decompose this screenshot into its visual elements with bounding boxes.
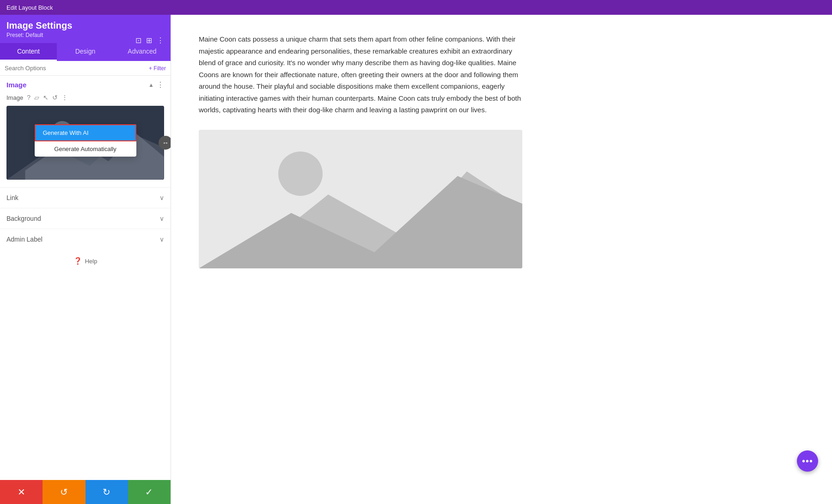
image-section-title: Image [6,81,26,89]
reset-icon[interactable]: ↺ [52,94,58,101]
image-label: Image [6,94,23,101]
main-placeholder-svg [199,130,522,268]
article-text: Maine Coon cats possess a unique charm t… [199,33,522,116]
collapse-icon[interactable]: ▲ [148,82,154,88]
help-section: ❓ Help [0,249,171,273]
cursor-icon[interactable]: ↖ [43,94,49,101]
image-section-header: Image ▲ ⋮ [6,80,164,89]
help-circle-icon[interactable]: ? [27,94,31,101]
columns-icon[interactable]: ⊞ [146,36,152,45]
svg-point-5 [278,152,323,196]
tab-content[interactable]: Content [0,43,57,61]
sidebar: Image Settings Preset: Default ⊡ ⊞ ⋮ Con… [0,15,171,504]
filter-button[interactable]: + Filter [149,65,166,72]
link-section-title: Link [6,194,18,201]
image-section: Image ▲ ⋮ Image ? ▱ ↖ ↺ ⋮ [0,80,171,180]
undo-button[interactable]: ↺ [43,480,85,504]
settings-tabs: Content Design Advanced [0,43,171,61]
section-menu-icon[interactable]: ⋮ [157,80,164,89]
background-section-title: Background [6,215,41,222]
main-layout: Image Settings Preset: Default ⊡ ⊞ ⋮ Con… [0,15,832,504]
help-label[interactable]: Help [85,258,98,265]
search-bar: + Filter [0,61,171,76]
sidebar-header: Image Settings Preset: Default ⊡ ⊞ ⋮ [0,15,171,43]
image-toolbar: Image ? ▱ ↖ ↺ ⋮ [6,94,164,101]
fab-button[interactable]: ••• [797,450,818,472]
background-chevron-icon: ∨ [159,215,164,222]
generate-with-ai-button[interactable]: Generate With AI [35,124,136,141]
main-content: Maine Coon cats possess a unique charm t… [171,15,832,504]
fab-icon: ••• [802,456,813,467]
tab-design[interactable]: Design [57,43,114,61]
cancel-button[interactable]: ✕ [0,480,43,504]
top-bar: Edit Layout Block [0,0,832,15]
admin-label-section: Admin Label ∨ [0,229,171,249]
admin-label-section-header[interactable]: Admin Label ∨ [6,229,164,249]
main-image-placeholder [199,130,522,268]
admin-label-title: Admin Label [6,236,43,243]
background-section: Background ∨ [0,208,171,229]
background-section-header[interactable]: Background ∨ [6,208,164,229]
admin-label-chevron-icon: ∨ [159,236,164,243]
ai-dropdown-menu: Generate With AI Generate Automatically [35,124,136,157]
top-bar-title: Edit Layout Block [6,4,53,11]
bottom-bar: ✕ ↺ ↻ ✓ [0,480,171,504]
section-actions: ▲ ⋮ [148,80,164,89]
redo-button[interactable]: ↻ [86,480,128,504]
image-menu-icon[interactable]: ⋮ [61,94,68,101]
link-section: Link ∨ [0,187,171,208]
more-options-icon[interactable]: ⋮ [157,36,164,45]
resize-handle[interactable]: ↔ [159,136,171,150]
sidebar-content: Image ▲ ⋮ Image ? ▱ ↖ ↺ ⋮ [0,76,171,480]
save-button[interactable]: ✓ [128,480,171,504]
resize-icon[interactable]: ⊡ [135,36,141,45]
search-input[interactable] [5,65,145,72]
generate-automatically-button[interactable]: Generate Automatically [35,141,136,157]
tab-advanced[interactable]: Advanced [114,43,171,61]
header-icons: ⊡ ⊞ ⋮ [135,36,164,45]
link-chevron-icon: ∨ [159,194,164,201]
image-preview-container: Generate With AI Generate Automatically … [6,106,164,180]
mobile-icon[interactable]: ▱ [34,94,39,101]
sidebar-title: Image Settings [6,20,164,31]
link-section-header[interactable]: Link ∨ [6,188,164,208]
help-icon: ❓ [73,257,82,265]
